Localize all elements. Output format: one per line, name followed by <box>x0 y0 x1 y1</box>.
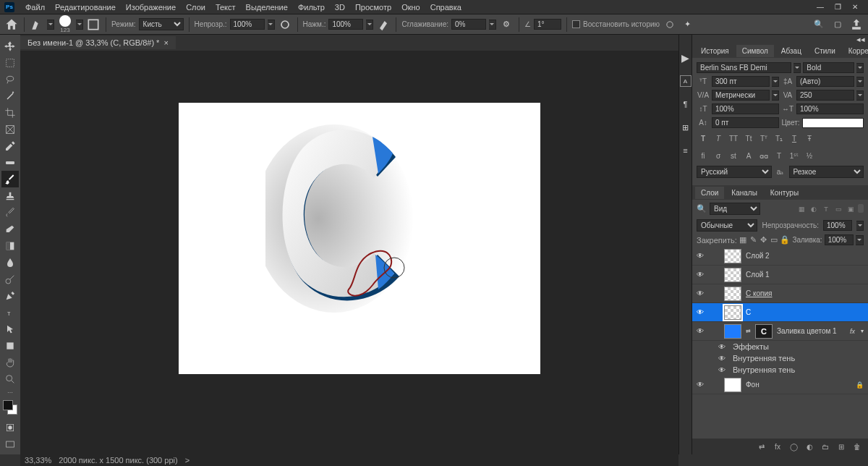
visibility-icon[interactable]: 👁 <box>718 366 728 374</box>
smallcaps-btn[interactable]: Tt <box>742 132 755 144</box>
screenmode-tool[interactable] <box>1 436 19 452</box>
home-icon[interactable] <box>4 17 19 32</box>
visibility-icon[interactable]: 👁 <box>697 252 707 260</box>
visibility-icon[interactable]: 👁 <box>718 355 728 363</box>
new-group-icon[interactable]: 🗀 <box>820 441 830 452</box>
hand-tool[interactable] <box>1 354 19 370</box>
hscale-input[interactable] <box>800 105 860 113</box>
layer-mask-thumb[interactable]: C <box>755 324 773 339</box>
ot-ordinals[interactable]: 1ˢᵗ <box>788 150 801 161</box>
tracking-dropdown[interactable] <box>856 90 864 101</box>
window-minimize[interactable]: — <box>812 3 829 11</box>
menu-3d[interactable]: 3D <box>330 3 350 12</box>
blur-tool[interactable] <box>1 254 19 271</box>
text-color-swatch[interactable] <box>802 118 864 128</box>
toolbar-more[interactable]: ⋯ <box>7 389 13 396</box>
layer-row[interactable]: 👁 Слой 2 <box>692 247 868 266</box>
share-icon[interactable] <box>849 17 864 32</box>
menu-image[interactable]: Изображение <box>121 3 181 12</box>
layer-row[interactable]: 👁 ⇄ C Заливка цветом 1 fx ▾ <box>692 322 868 341</box>
heal-tool[interactable] <box>1 154 19 171</box>
panel-collapse-1[interactable]: ◂◂ <box>692 35 868 43</box>
window-close[interactable]: ✕ <box>846 3 864 11</box>
layer-name[interactable]: C <box>746 308 751 316</box>
strikethrough-btn[interactable]: Ŧ <box>803 132 816 144</box>
tab-character[interactable]: Символ <box>736 45 774 57</box>
visibility-icon[interactable]: 👁 <box>697 308 707 316</box>
search-icon[interactable]: 🔍 <box>812 17 826 32</box>
filter-adjust-icon[interactable]: ◐ <box>809 204 819 214</box>
italic-btn[interactable]: T <box>712 132 725 144</box>
font-weight-dropdown[interactable] <box>856 63 864 73</box>
frame-tool[interactable] <box>1 121 19 137</box>
kerning-input[interactable] <box>715 91 766 99</box>
type-tool[interactable]: T <box>1 304 19 321</box>
leading-input[interactable] <box>800 77 851 85</box>
layer-row[interactable]: 👁 С копия <box>692 284 868 303</box>
smoothing-dropdown[interactable] <box>489 20 496 30</box>
doc-info[interactable]: 2000 пикс. x 1500 пикс. (300 ppi) <box>59 456 177 465</box>
subscript-btn[interactable]: T₁ <box>773 132 786 144</box>
brush-tool[interactable] <box>1 171 19 187</box>
menu-window[interactable]: Окно <box>396 3 425 12</box>
lock-all-icon[interactable]: 🔒 <box>780 235 790 245</box>
superscript-btn[interactable]: Tᵀ <box>757 132 770 144</box>
tab-styles[interactable]: Стили <box>809 45 841 57</box>
path-select-tool[interactable] <box>1 321 19 337</box>
tab-channels[interactable]: Каналы <box>726 187 763 199</box>
menu-file[interactable]: Файл <box>20 3 50 12</box>
filter-toggle[interactable] <box>858 204 864 213</box>
visibility-icon[interactable]: 👁 <box>697 327 707 335</box>
color-swatches[interactable] <box>3 400 17 415</box>
layer-name[interactable]: Слой 2 <box>746 252 770 260</box>
layer-name[interactable]: Слой 1 <box>746 271 770 279</box>
eraser-tool[interactable] <box>1 221 19 237</box>
quickmask-tool[interactable] <box>1 419 19 436</box>
vscale-input[interactable] <box>715 105 775 113</box>
visibility-icon[interactable]: 👁 <box>697 381 707 389</box>
baseline-input[interactable] <box>715 119 775 127</box>
document-close[interactable]: × <box>163 38 168 47</box>
layer-filter-kind[interactable]: Вид <box>710 203 760 215</box>
layer-opacity-dropdown[interactable] <box>856 221 864 231</box>
layer-fx-icon[interactable]: fx <box>773 441 783 452</box>
font-size-dropdown[interactable] <box>772 77 779 87</box>
shape-tool[interactable] <box>1 337 19 354</box>
layer-name[interactable]: Заливка цветом 1 <box>777 327 837 335</box>
doc-info-arrow[interactable]: > <box>185 456 190 465</box>
brush-settings-icon[interactable] <box>86 17 101 32</box>
styles-panel-icon[interactable]: ≡ <box>680 145 692 156</box>
tab-paragraph[interactable]: Абзац <box>775 45 807 57</box>
workspace-icon[interactable]: ▢ <box>830 17 845 32</box>
menu-edit[interactable]: Редактирование <box>50 3 121 12</box>
pen-tool[interactable] <box>1 287 19 304</box>
layer-thumb[interactable] <box>724 305 741 320</box>
layer-row[interactable]: 👁 Слой 1 <box>692 266 868 284</box>
underline-btn[interactable]: T <box>788 132 801 144</box>
zoom-tool[interactable] <box>1 370 19 387</box>
opacity-input[interactable] <box>230 19 265 30</box>
tool-preset-dropdown[interactable] <box>47 20 54 30</box>
smoothing-input[interactable] <box>451 19 486 30</box>
flow-input[interactable] <box>328 19 363 30</box>
filter-shape-icon[interactable]: ▭ <box>833 204 843 214</box>
ot-fractions[interactable]: ½ <box>803 150 816 161</box>
visibility-icon[interactable]: 👁 <box>718 343 728 351</box>
fx-indicator[interactable]: fx <box>850 328 855 335</box>
lock-pixels-icon[interactable]: ▦ <box>739 235 747 245</box>
menu-text[interactable]: Текст <box>210 3 241 12</box>
history-checkbox[interactable] <box>572 20 580 28</box>
ot-contextual[interactable]: σ <box>712 150 725 161</box>
tab-history[interactable]: История <box>695 45 735 57</box>
opacity-dropdown[interactable] <box>268 20 275 30</box>
tab-adjustments[interactable]: Коррекция <box>843 45 868 57</box>
symmetry-icon[interactable]: ✦ <box>680 17 694 32</box>
ot-ligatures[interactable]: fi <box>697 150 710 161</box>
fill-dropdown[interactable] <box>856 235 864 245</box>
ot-stylistic[interactable]: ɑɑ <box>757 150 770 161</box>
canvas[interactable] <box>179 103 540 374</box>
tool-preset-icon[interactable] <box>30 17 44 32</box>
move-tool[interactable] <box>1 38 19 54</box>
font-family-dropdown[interactable] <box>793 63 801 73</box>
layer-thumb[interactable] <box>724 268 741 282</box>
